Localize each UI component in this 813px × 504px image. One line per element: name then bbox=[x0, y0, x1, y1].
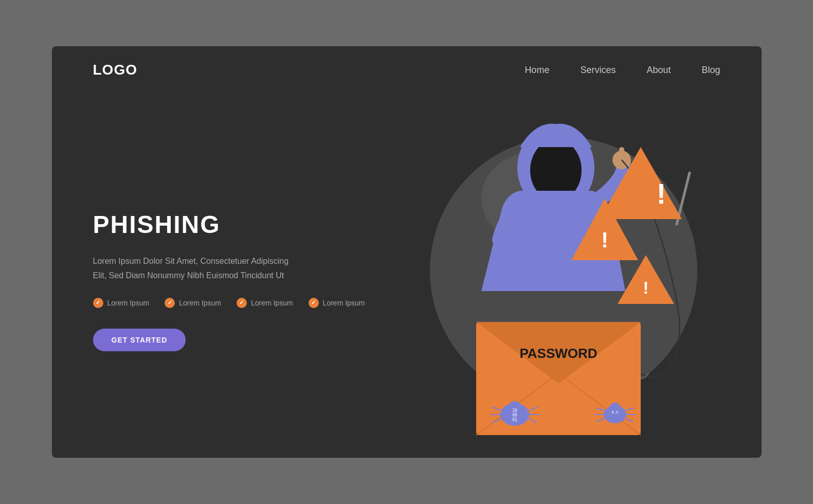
hero-title: PHISHING bbox=[93, 210, 407, 239]
hero-description: Lorem Ipsum Dolor Sit Amet, Consectetuer… bbox=[93, 254, 350, 282]
right-illustration: ! ! ! PASSWORD bbox=[407, 94, 720, 458]
warning-exclaim-small: ! bbox=[643, 278, 648, 297]
hacker-hood-top bbox=[520, 124, 592, 147]
warning-exclaim-large: ! bbox=[656, 178, 665, 210]
bug1-text: 10 bbox=[512, 408, 517, 413]
check-icon-3 bbox=[237, 298, 247, 308]
check-icon-4 bbox=[309, 298, 319, 308]
header: LOGO Home Services About Blog bbox=[52, 46, 762, 94]
nav-services[interactable]: Services bbox=[580, 65, 616, 76]
feature-label-4: Lorem Ipsum bbox=[323, 299, 365, 307]
cta-button[interactable]: GET STARTED bbox=[93, 329, 186, 351]
bug1-text3: 01 bbox=[512, 418, 517, 422]
password-text: PASSWORD bbox=[519, 346, 597, 361]
nav-home[interactable]: Home bbox=[525, 65, 549, 76]
feature-label-2: Lorem Ipsum bbox=[179, 299, 221, 307]
feature-label-1: Lorem Ipsum bbox=[107, 299, 150, 307]
warning-exclaim-medium: ! bbox=[601, 228, 608, 252]
feature-item-2: Lorem Ipsum bbox=[165, 298, 221, 308]
check-icon-1 bbox=[93, 298, 103, 308]
left-content: PHISHING Lorem Ipsum Dolor Sit Amet, Con… bbox=[93, 94, 407, 458]
main-content: PHISHING Lorem Ipsum Dolor Sit Amet, Con… bbox=[52, 94, 762, 458]
bug2-text: B.G bbox=[611, 410, 618, 415]
nav-about[interactable]: About bbox=[646, 65, 671, 76]
nav-blog[interactable]: Blog bbox=[701, 65, 720, 76]
check-icon-2 bbox=[165, 298, 175, 308]
features-list: Lorem Ipsum Lorem Ipsum Lorem Ipsum Lore… bbox=[93, 298, 407, 308]
feature-item-3: Lorem Ipsum bbox=[237, 298, 293, 308]
feature-label-3: Lorem Ipsum bbox=[251, 299, 293, 307]
logo: LOGO bbox=[93, 62, 137, 78]
bug1-text2: 00 bbox=[512, 413, 517, 418]
feature-item-1: Lorem Ipsum bbox=[93, 298, 150, 308]
feature-item-4: Lorem Ipsum bbox=[309, 298, 365, 308]
illustration-svg: ! ! ! PASSWORD bbox=[409, 96, 718, 456]
nav: Home Services About Blog bbox=[525, 65, 720, 76]
page-wrapper: LOGO Home Services About Blog PHISHING L… bbox=[52, 46, 762, 458]
